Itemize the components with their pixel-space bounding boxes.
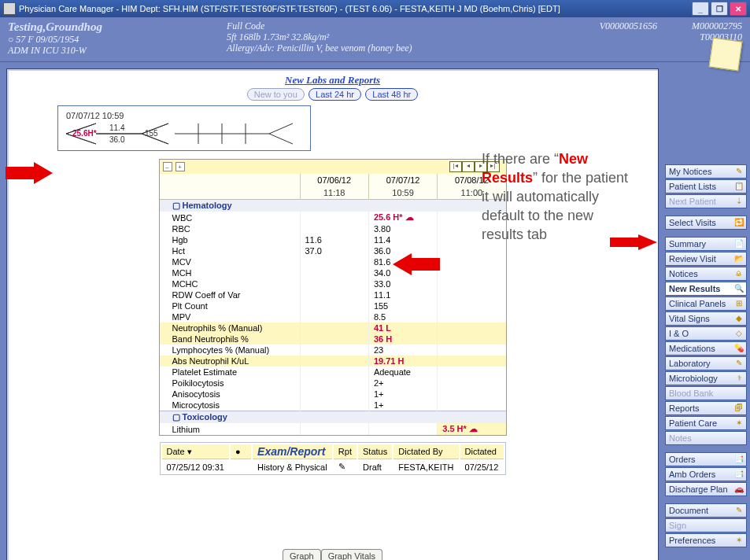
nav-preferences[interactable]: Preferences✶	[665, 533, 747, 547]
nav-label: Medications	[669, 344, 715, 353]
result-value	[438, 344, 506, 356]
nav-select-visits[interactable]: Select Visits🔁	[665, 216, 747, 230]
result-row[interactable]: Hct37.036.0	[160, 245, 506, 256]
nav-laboratory[interactable]: Laboratory✎	[665, 356, 747, 370]
report-row[interactable]: 07/25/12 09:31 History & Physical ✎ Draf…	[162, 461, 504, 473]
nav-discharge-plan[interactable]: Discharge Plan🚗	[665, 482, 747, 496]
nav-review-visit[interactable]: Review Visit📂	[665, 252, 747, 266]
col-date-0[interactable]: 07/06/12	[300, 174, 368, 186]
window-titlebar: Physician Care Manager - HIM Dept: SFH.H…	[0, 0, 750, 17]
nav-icon: ⇣	[734, 197, 744, 206]
nav-icon: 💊	[734, 344, 744, 353]
result-value	[300, 223, 368, 234]
result-value: 8.5	[368, 311, 437, 322]
col-time-1: 10:59	[368, 186, 437, 200]
nav-reports[interactable]: Reports🗐	[665, 401, 747, 415]
nav-vital-signs[interactable]: Vital Signs◆	[665, 311, 747, 326]
col-date-1[interactable]: 07/07/12	[368, 174, 437, 186]
result-row[interactable]: Microcytosis1+	[160, 400, 506, 411]
result-row[interactable]: Band Neutrophils %36 H	[160, 333, 506, 344]
nav-notices[interactable]: Notices🕭	[665, 267, 747, 281]
nav-clinical-panels[interactable]: Clinical Panels⊞	[665, 297, 747, 311]
result-value: 33.0	[368, 278, 437, 289]
nav-icon	[734, 521, 744, 530]
result-label: MCV	[160, 256, 301, 267]
nav-i-o[interactable]: I & O◇	[665, 326, 747, 341]
result-value	[300, 356, 368, 367]
result-value: 11.6	[300, 234, 368, 245]
rpt-col-rpt[interactable]: Rpt	[334, 444, 357, 459]
result-value: 11.4	[368, 234, 437, 245]
nav-patient-care[interactable]: Patient Care✶	[665, 416, 747, 430]
nav-label: Review Visit	[669, 254, 716, 263]
patient-code-status: Full Code	[227, 20, 493, 31]
result-row[interactable]: WBC25.6 H* ☁	[160, 212, 506, 223]
result-value: 36 H	[368, 333, 437, 344]
result-value	[300, 400, 368, 411]
result-row[interactable]: Lymphocytes % (Manual)23	[160, 344, 506, 356]
close-button[interactable]: ✕	[730, 2, 747, 16]
grid-collapse-controls[interactable]: –+	[163, 162, 185, 171]
result-row[interactable]: Poikilocytosis2+	[160, 378, 506, 389]
nav-icon: 📋	[734, 182, 744, 191]
result-row[interactable]: Lithium3.5 H* ☁	[160, 423, 506, 435]
result-value	[300, 212, 368, 223]
tab-last-24[interactable]: Last 24 hr	[308, 88, 361, 101]
nav-icon: ◆	[734, 314, 744, 323]
tab-graph[interactable]: Graph	[283, 549, 321, 560]
result-row[interactable]: Platelet EstimateAdequate	[160, 367, 506, 378]
svg-marker-14	[393, 253, 440, 275]
tab-graph-vitals[interactable]: Graph Vitals	[321, 549, 382, 560]
result-value	[300, 344, 368, 356]
nav-icon: 📄	[734, 239, 744, 249]
rpt-col-dictated[interactable]: Dictated	[460, 444, 504, 459]
result-label: RDW Coeff of Var	[160, 289, 301, 300]
result-row[interactable]: Neutrophils % (Manual)41 L	[160, 322, 506, 333]
nav-orders[interactable]: Orders📑	[665, 452, 747, 466]
result-row[interactable]: RDW Coeff of Var11.1	[160, 289, 506, 300]
result-value	[300, 311, 368, 322]
grid-nav-first[interactable]: |◂	[449, 161, 462, 172]
sticky-note-icon[interactable]	[709, 38, 743, 72]
result-row[interactable]: RBC3.80	[160, 223, 506, 234]
result-row[interactable]: MPV8.5	[160, 311, 506, 322]
group-header[interactable]: ▢ Toxicology	[160, 411, 506, 424]
result-row[interactable]: MCH34.0	[160, 267, 506, 278]
svg-text:36.0: 36.0	[109, 135, 125, 144]
nav-icon: ✎	[734, 167, 744, 176]
patient-location: ADM IN ICU 310-W	[8, 45, 220, 56]
result-row[interactable]: Plt Count155	[160, 300, 506, 311]
svg-marker-0	[6, 162, 53, 184]
nav-new-results[interactable]: New Results🔍	[665, 282, 747, 296]
result-row[interactable]: Hgb11.611.4	[160, 234, 506, 245]
rpt-col-status[interactable]: Status	[358, 444, 392, 459]
result-row[interactable]: MCV81.6	[160, 256, 506, 267]
tab-last-48[interactable]: Last 48 hr	[365, 88, 418, 101]
rpt-col-exam[interactable]: Exam/Report	[253, 444, 332, 459]
result-value: 3.80	[368, 223, 437, 234]
result-value: 155	[368, 300, 437, 311]
nav-label: Amb Orders	[669, 470, 715, 479]
group-header[interactable]: ▢ Hematology	[160, 200, 506, 212]
nav-medications[interactable]: Medications💊	[665, 341, 747, 356]
nav-patient-lists[interactable]: Patient Lists📋	[665, 179, 747, 193]
nav-my-notices[interactable]: My Notices✎	[665, 164, 747, 179]
patient-physical: 5ft 168lb 1.73m² 32.8kg/m²	[227, 31, 493, 42]
tab-new-to-you[interactable]: New to you	[247, 88, 305, 101]
restore-button[interactable]: ❐	[711, 2, 728, 16]
rpt-col-by[interactable]: Dictated By	[393, 444, 458, 459]
result-row[interactable]: MCHC33.0	[160, 278, 506, 289]
result-label: WBC	[160, 212, 301, 223]
nav-document[interactable]: Document✎	[665, 503, 747, 518]
nav-amb-orders[interactable]: Amb Orders📑	[665, 467, 747, 481]
result-row[interactable]: Anisocytosis1+	[160, 389, 506, 400]
patient-name: Testing,Groundhog	[8, 20, 220, 34]
rpt-col-date[interactable]: Date ▾	[162, 444, 230, 459]
nav-microbiology[interactable]: Microbiology⚕	[665, 371, 747, 385]
nav-summary[interactable]: Summary📄	[665, 237, 747, 251]
minimize-button[interactable]: _	[692, 2, 709, 16]
result-row[interactable]: Abs Neutrophil K/uL19.71 H	[160, 356, 506, 367]
nav-icon: 📑	[734, 470, 744, 479]
grid-nav-prev[interactable]: ◂	[462, 161, 475, 172]
rpt-col-flag: ●	[231, 444, 251, 459]
